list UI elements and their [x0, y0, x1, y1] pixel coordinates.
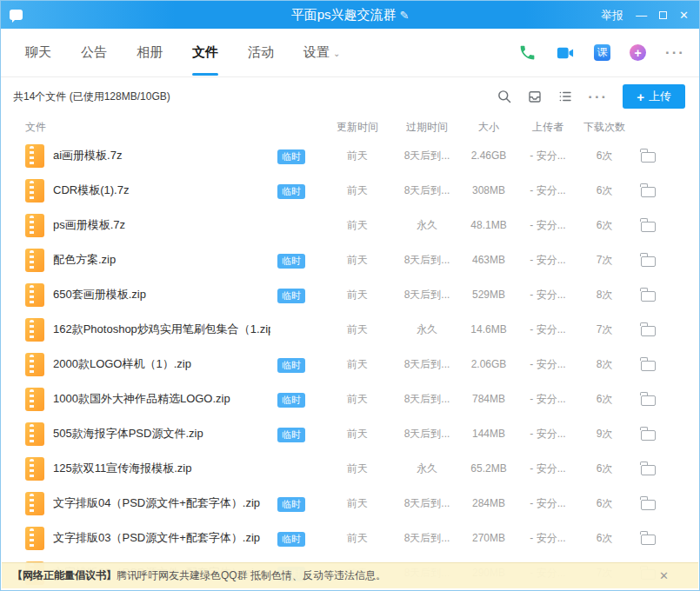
report-button[interactable]: 举报 — [601, 10, 623, 21]
file-size: 784MB — [460, 393, 517, 405]
table-row[interactable]: 125款双11宣传海报模板.zip 临时 前天 永久 65.2MB - 安分..… — [1, 451, 699, 486]
temp-badge: 临时 — [277, 428, 305, 442]
folder-icon — [641, 152, 656, 163]
file-table-body: ai画册模板.7z 临时 前天 8天后到... 2.46GB - 安分... 6… — [1, 138, 699, 590]
tab-files[interactable]: 文件 — [192, 30, 218, 76]
zip-file-icon — [25, 249, 44, 272]
save-to-folder-button[interactable] — [630, 462, 665, 475]
file-expiry: 8天后到... — [394, 392, 460, 407]
save-to-folder-button[interactable] — [630, 254, 665, 267]
group-files-window: 平面ps兴趣交流群✎ 举报 — ✕ 聊天 公告 相册 文件 活动 设置⌄ 课 + — [0, 0, 700, 591]
nav-more-icon[interactable]: ··· — [665, 45, 685, 60]
file-uploader: - 安分... — [517, 322, 578, 337]
file-size: 284MB — [460, 497, 517, 509]
save-to-folder-button[interactable] — [630, 289, 665, 302]
save-to-folder-button[interactable] — [630, 497, 665, 510]
file-name: ps画册模板.7z — [53, 217, 270, 233]
col-header-size: 大小 — [460, 120, 517, 135]
table-row[interactable]: 文字排版03（PSD源文件+配套字体）.zip 临时 前天 8天后到... 27… — [1, 521, 699, 555]
file-name: 162款Photoshop炒鸡实用笔刷包集合（1.zip — [53, 322, 270, 337]
file-updated: 前天 — [321, 392, 394, 407]
file-name: 文字排版03（PSD源文件+配套字体）.zip — [53, 530, 270, 546]
temp-badge: 临时 — [277, 149, 305, 164]
file-downloads: 9次 — [578, 427, 630, 442]
table-row[interactable]: 162款Photoshop炒鸡实用笔刷包集合（1.zip 临时 前天 永久 14… — [1, 312, 699, 347]
maximize-button[interactable] — [659, 11, 667, 19]
save-to-folder-button[interactable] — [630, 184, 665, 197]
inbox-icon[interactable] — [527, 89, 543, 104]
table-row[interactable]: 650套画册模板.zip 临时 前天 8天后到... 529MB - 安分...… — [1, 277, 699, 312]
col-header-expiry: 过期时间 — [394, 120, 460, 135]
file-downloads: 6次 — [578, 531, 630, 546]
tab-activities[interactable]: 活动 — [248, 30, 274, 76]
upload-button[interactable]: + 上传 — [623, 84, 685, 109]
zip-file-icon — [25, 283, 44, 307]
tab-chat[interactable]: 聊天 — [25, 30, 51, 76]
titlebar: 平面ps兴趣交流群✎ 举报 — ✕ — [1, 1, 699, 29]
close-button[interactable]: ✕ — [679, 10, 689, 21]
app-icon — [10, 10, 23, 20]
file-expiry: 永久 — [394, 218, 460, 233]
video-call-icon[interactable] — [556, 44, 575, 62]
minimize-button[interactable]: — — [636, 10, 647, 21]
file-expiry: 永久 — [394, 322, 460, 337]
file-uploader: - 安分... — [517, 288, 578, 302]
save-to-folder-button[interactable] — [630, 358, 665, 371]
file-uploader: - 安分... — [517, 531, 578, 546]
save-to-folder-button[interactable] — [630, 323, 665, 336]
table-row[interactable]: ps画册模板.7z 临时 前天 永久 48.1MB - 安分... 6次 — [1, 208, 699, 242]
file-updated: 前天 — [321, 357, 394, 372]
chevron-down-icon: ⌄ — [333, 49, 340, 58]
folder-icon — [641, 395, 656, 406]
zip-file-icon — [25, 179, 44, 203]
file-count-summary: 共14个文件 (已使用128MB/10GB) — [13, 90, 170, 104]
toolbar-more-icon[interactable]: ··· — [588, 90, 608, 104]
table-row[interactable]: 1000款国外大神作品精选LOGO.zip 临时 前天 8天后到... 784M… — [1, 382, 699, 416]
file-downloads: 7次 — [578, 253, 630, 268]
col-header-uploader: 上传者 — [517, 120, 578, 135]
file-uploader: - 安分... — [517, 183, 578, 198]
voice-call-icon[interactable] — [518, 43, 537, 62]
save-to-folder-button[interactable] — [630, 532, 665, 545]
file-uploader: - 安分... — [517, 253, 578, 268]
table-row[interactable]: 505款海报字体PSD源文件.zip 临时 前天 8天后到... 144MB -… — [1, 416, 699, 451]
edit-title-icon[interactable]: ✎ — [399, 9, 409, 22]
file-downloads: 6次 — [578, 392, 630, 407]
file-name: 文字排版04（PSD源文件+配套字体）.zip — [53, 495, 270, 511]
banner-close-icon[interactable]: ✕ — [659, 569, 669, 582]
group-class-icon[interactable]: 课 — [594, 44, 610, 61]
zip-file-icon — [25, 353, 44, 376]
folder-icon — [641, 256, 656, 267]
save-to-folder-button[interactable] — [630, 428, 665, 441]
table-row[interactable]: CDR模板(1).7z 临时 前天 8天后到... 308MB - 安分... … — [1, 173, 699, 208]
search-icon[interactable] — [497, 89, 512, 104]
file-expiry: 8天后到... — [394, 496, 460, 511]
tab-announcements[interactable]: 公告 — [81, 30, 107, 76]
table-row[interactable]: 配色方案.zip 临时 前天 8天后到... 463MB - 安分... 7次 — [1, 242, 699, 277]
table-row[interactable]: 2000款LOGO样机（1）.zip 临时 前天 8天后到... 2.06GB … — [1, 347, 699, 382]
file-size: 529MB — [460, 289, 517, 301]
table-row[interactable]: 文字排版04（PSD源文件+配套字体）.zip 临时 前天 8天后到... 28… — [1, 486, 699, 521]
file-size: 308MB — [460, 184, 517, 196]
file-uploader: - 安分... — [517, 218, 578, 233]
folder-icon — [641, 222, 656, 232]
add-app-icon[interactable]: + — [630, 44, 646, 61]
folder-icon — [641, 465, 656, 475]
folder-icon — [641, 500, 656, 510]
tab-albums[interactable]: 相册 — [137, 30, 163, 76]
save-to-folder-button[interactable] — [630, 149, 665, 163]
save-to-folder-button[interactable] — [630, 219, 665, 232]
tab-settings[interactable]: 设置⌄ — [303, 30, 340, 76]
file-expiry: 8天后到... — [394, 183, 460, 198]
file-updated: 前天 — [321, 218, 394, 233]
file-updated: 前天 — [321, 427, 394, 442]
file-updated: 前天 — [321, 322, 394, 337]
save-to-folder-button[interactable] — [630, 393, 665, 406]
file-expiry: 8天后到... — [394, 427, 460, 442]
file-name: 650套画册模板.zip — [53, 287, 270, 302]
file-uploader: - 安分... — [517, 392, 578, 407]
table-row[interactable]: ai画册模板.7z 临时 前天 8天后到... 2.46GB - 安分... 6… — [1, 138, 699, 173]
list-view-icon[interactable] — [557, 89, 573, 104]
file-expiry: 8天后到... — [394, 149, 460, 163]
zip-file-icon — [25, 457, 44, 481]
